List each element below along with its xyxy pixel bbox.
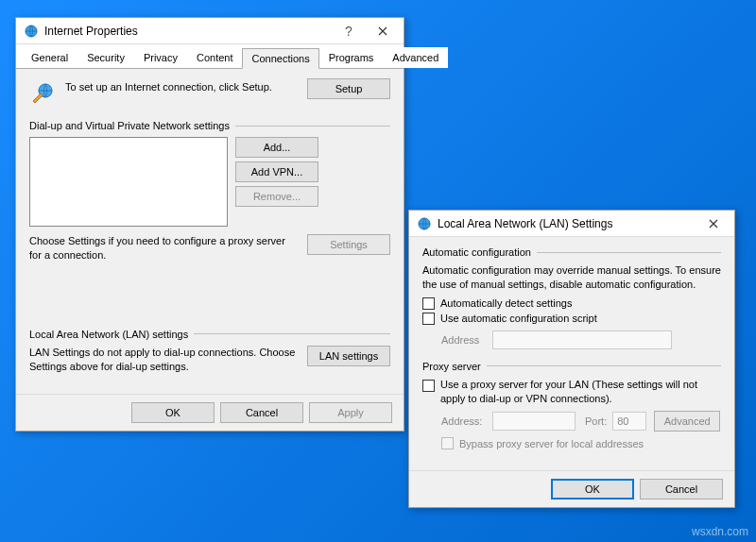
dialog-buttons: OK Cancel Apply xyxy=(16,394,404,431)
lan-body: Automatic configuration Automatic config… xyxy=(409,237,734,470)
close-button[interactable] xyxy=(366,21,400,42)
use-proxy-checkbox[interactable] xyxy=(422,380,435,392)
connections-panel: To set up an Internet connection, click … xyxy=(16,69,404,394)
lan-cancel-button[interactable]: Cancel xyxy=(640,479,723,500)
proxy-advanced-button: Advanced xyxy=(654,411,720,432)
setup-text: To set up an Internet connection, click … xyxy=(65,78,307,93)
bypass-local-checkbox xyxy=(441,437,454,449)
choose-settings-text: Choose Settings if you need to configure… xyxy=(29,234,307,263)
proxy-address-label: Address: xyxy=(441,415,487,427)
lan-dialog-buttons: OK Cancel xyxy=(409,470,734,507)
ok-button[interactable]: OK xyxy=(131,402,215,423)
settings-button: Settings xyxy=(307,234,390,255)
proxy-group-title: Proxy server xyxy=(422,361,481,372)
lan-titlebar: Local Area Network (LAN) Settings xyxy=(409,211,734,237)
connect-wizard-icon xyxy=(29,78,58,107)
script-address-label: Address xyxy=(441,334,487,346)
remove-button: Remove... xyxy=(235,186,318,207)
watermark: wsxdn.com xyxy=(692,525,748,538)
dial-group-title: Dial-up and Virtual Private Network sett… xyxy=(29,120,230,131)
cancel-button[interactable]: Cancel xyxy=(220,402,303,423)
tab-content[interactable]: Content xyxy=(187,47,243,68)
tab-connections[interactable]: Connections xyxy=(242,48,318,69)
connections-listbox[interactable] xyxy=(29,137,228,227)
auto-script-checkbox[interactable] xyxy=(422,313,435,325)
titlebar: Internet Properties ? xyxy=(16,18,404,44)
lan-settings-window: Local Area Network (LAN) Settings Automa… xyxy=(408,210,735,508)
internet-properties-window: Internet Properties ? General Security P… xyxy=(15,17,404,432)
internet-options-icon xyxy=(24,24,39,39)
auto-detect-label: Automatically detect settings xyxy=(440,297,572,309)
tab-security[interactable]: Security xyxy=(77,47,134,68)
tab-advanced[interactable]: Advanced xyxy=(383,47,448,68)
add-vpn-button[interactable]: Add VPN... xyxy=(235,161,318,182)
help-button[interactable]: ? xyxy=(332,21,366,42)
auto-config-title: Automatic configuration xyxy=(422,246,531,258)
setup-button[interactable]: Setup xyxy=(307,78,390,99)
auto-detect-checkbox[interactable] xyxy=(422,297,435,310)
script-address-input xyxy=(492,330,672,349)
lan-ok-button[interactable]: OK xyxy=(551,479,634,500)
auto-script-label: Use automatic configuration script xyxy=(440,313,597,324)
lan-settings-button[interactable]: LAN settings xyxy=(307,346,390,366)
tab-row: General Security Privacy Content Connect… xyxy=(16,44,404,69)
tab-privacy[interactable]: Privacy xyxy=(134,47,187,68)
proxy-port-input: 80 xyxy=(612,412,646,431)
apply-button: Apply xyxy=(309,402,392,423)
lan-window-title: Local Area Network (LAN) Settings xyxy=(438,217,696,230)
auto-config-desc: Automatic configuration may override man… xyxy=(422,263,721,292)
add-button[interactable]: Add... xyxy=(235,137,318,158)
tab-general[interactable]: General xyxy=(22,47,77,68)
lan-close-button[interactable] xyxy=(696,213,730,234)
proxy-port-label: Port: xyxy=(585,415,607,427)
use-proxy-label: Use a proxy server for your LAN (These s… xyxy=(440,378,721,406)
lan-settings-text: LAN Settings do not apply to dial-up con… xyxy=(29,346,307,374)
window-title: Internet Properties xyxy=(44,25,332,38)
bypass-local-label: Bypass proxy server for local addresses xyxy=(459,438,644,449)
lan-globe-icon xyxy=(417,216,432,231)
proxy-address-input xyxy=(492,412,576,431)
tab-programs[interactable]: Programs xyxy=(319,47,384,68)
lan-group-title: Local Area Network (LAN) settings xyxy=(29,329,188,340)
